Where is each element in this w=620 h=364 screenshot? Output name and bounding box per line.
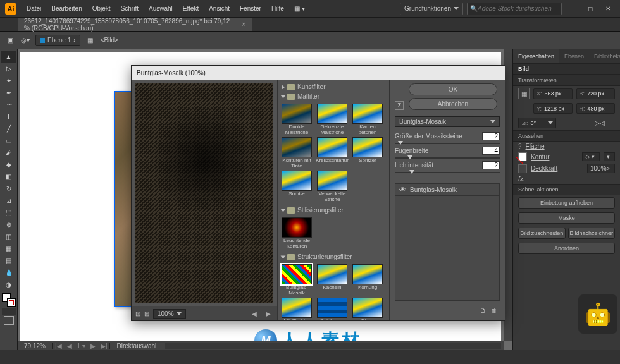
selection-tool[interactable]: ▲: [1, 51, 16, 63]
layer-indicator[interactable]: Ebene 1›: [35, 35, 80, 46]
draw-mode[interactable]: [2, 308, 16, 315]
w-field[interactable]: B:720 px: [576, 88, 616, 99]
ok-button[interactable]: OK: [409, 83, 497, 95]
unembed-button[interactable]: Einbettung aufheben: [518, 197, 615, 209]
menu-layout-icon[interactable]: ▦ ▾: [289, 0, 310, 18]
stroke-swatch[interactable]: [518, 152, 527, 161]
pen-tool[interactable]: ✒: [1, 87, 16, 99]
actual-icon[interactable]: ⊞: [144, 310, 149, 317]
opacity-link[interactable]: Deckkraft: [531, 165, 557, 172]
param-slider[interactable]: [395, 142, 500, 145]
eyedropper-tool[interactable]: 💧: [1, 267, 16, 279]
fill-link[interactable]: Fläche: [526, 143, 545, 150]
stroke-weight[interactable]: ◇ ▾: [582, 152, 600, 161]
rectangle-tool[interactable]: ▭: [1, 135, 16, 147]
nav-first[interactable]: |◀: [53, 343, 65, 349]
fill-stroke-swatch[interactable]: [2, 293, 16, 307]
cat-strukturierung[interactable]: Strukturierungsfilter: [280, 252, 387, 262]
window-restore[interactable]: ◻: [583, 5, 597, 12]
cat-malfilter[interactable]: Malfilter: [280, 92, 387, 101]
effect-layer-row[interactable]: 👁 Buntglas-Mosaik: [395, 184, 499, 196]
cancel-button[interactable]: Abbrechen: [409, 98, 497, 110]
collapse-filters-button[interactable]: ⊼: [395, 101, 404, 110]
type-tool[interactable]: T: [1, 111, 16, 123]
stroke-link[interactable]: Kontur: [531, 154, 549, 161]
nav-next[interactable]: ▶: [88, 343, 98, 349]
arrange-button[interactable]: Anordnen: [518, 243, 615, 254]
new-effect-layer-icon[interactable]: 🗋: [480, 307, 486, 314]
artboard-num[interactable]: 1 ▾: [75, 343, 88, 349]
y-field[interactable]: Y:1218 px: [533, 103, 573, 114]
reference-point[interactable]: ▦: [518, 88, 530, 99]
mask-button[interactable]: Maske: [518, 212, 615, 224]
menu-select[interactable]: Auswahl: [144, 0, 178, 18]
preview-prev[interactable]: ◀: [252, 310, 257, 317]
window-minimize[interactable]: —: [566, 5, 580, 12]
param-slider[interactable]: [395, 156, 500, 160]
filter-category-list[interactable]: Kunstfilter Malfilter Dunkle MalstricheG…: [277, 80, 390, 320]
filter-thumb[interactable]: Dunkle Malstriche: [280, 104, 313, 135]
menu-object[interactable]: Objekt: [87, 0, 116, 18]
free-transform-tool[interactable]: ⬚: [1, 207, 16, 219]
opacity-field[interactable]: 100% >: [587, 164, 615, 173]
rotate-tool[interactable]: ↻: [1, 183, 16, 195]
tab-properties[interactable]: Eigenschaften: [513, 49, 559, 63]
close-tab-icon[interactable]: ×: [242, 21, 245, 28]
width-tool[interactable]: ⊿: [1, 195, 16, 207]
zoom-level[interactable]: 79,12%: [18, 343, 53, 349]
shape-builder-tool[interactable]: ⊕: [1, 219, 16, 231]
flip-h-icon[interactable]: ▷◁: [595, 119, 605, 126]
tab-libraries[interactable]: Bibliotheken: [589, 49, 620, 63]
param-slider[interactable]: [395, 171, 500, 174]
filter-thumb[interactable]: Risse: [351, 298, 384, 320]
delete-effect-layer-icon[interactable]: 🗑: [491, 307, 497, 314]
filter-thumb[interactable]: Kreuzschraffur: [316, 137, 349, 168]
visibility-icon[interactable]: 👁: [399, 186, 406, 193]
filter-thumb[interactable]: Kacheln: [316, 264, 349, 295]
filter-thumb[interactable]: Patchwork: [316, 298, 349, 320]
menu-view[interactable]: Ansicht: [204, 0, 235, 18]
direct-selection-tool[interactable]: ▷: [1, 63, 16, 75]
crop-image-button[interactable]: Bild zuschneiden: [518, 228, 566, 239]
h-field[interactable]: H:480 px: [576, 103, 616, 114]
document-tab[interactable]: 26612_1401766974229_1533978056_1010705_7…: [18, 18, 252, 31]
screen-mode[interactable]: [4, 316, 14, 325]
image-trace-button[interactable]: Bildnachzeichner: [568, 228, 616, 239]
nav-prev[interactable]: ◀: [65, 343, 75, 349]
menu-help[interactable]: Hilfe: [266, 0, 289, 18]
opacity-swatch[interactable]: [518, 164, 527, 173]
param-value[interactable]: 2: [482, 161, 500, 169]
nav-last[interactable]: ▶|: [98, 343, 110, 349]
mesh-tool[interactable]: ▦: [1, 243, 16, 255]
filter-thumb[interactable]: Buntglas-Mosaik: [280, 264, 313, 295]
tab-layers[interactable]: Ebenen: [559, 49, 589, 63]
window-close[interactable]: ✕: [601, 5, 615, 12]
filter-thumb[interactable]: Verwackelte Striche: [316, 171, 349, 202]
filter-thumb[interactable]: Leuchtende Konturen: [280, 217, 313, 248]
filter-thumb[interactable]: Spritzer: [351, 137, 384, 168]
cat-kunstfilter[interactable]: Kunstfilter: [280, 82, 387, 92]
filter-thumb[interactable]: Körnung: [351, 264, 384, 295]
filter-thumb[interactable]: Kanten betonen: [351, 104, 384, 135]
param-value[interactable]: 2: [482, 132, 500, 140]
more-options-icon[interactable]: ⋯: [609, 119, 615, 126]
menu-edit[interactable]: Bearbeiten: [46, 0, 87, 18]
perspective-tool[interactable]: ◫: [1, 231, 16, 243]
filter-preview-image[interactable]: [135, 83, 273, 303]
shaper-tool[interactable]: ◆: [1, 159, 16, 171]
param-value[interactable]: 4: [482, 147, 500, 155]
eraser-tool[interactable]: ◧: [1, 171, 16, 183]
line-tool[interactable]: ╱: [1, 123, 16, 135]
h-scroll-track[interactable]: [165, 343, 501, 349]
stock-search[interactable]: 🔍: [467, 3, 562, 15]
filter-thumb[interactable]: Konturen mit Tinte nachzeichnen: [280, 137, 313, 168]
filter-thumb[interactable]: Gekreuzte Malstriche: [316, 104, 349, 135]
preview-next[interactable]: ▶: [266, 310, 271, 317]
menu-window[interactable]: Fenster: [235, 0, 266, 18]
filter-name-dropdown[interactable]: Buntglas-Mosaik: [395, 116, 500, 127]
fit-icon[interactable]: ⊡: [135, 310, 140, 317]
curvature-tool[interactable]: 〰: [1, 99, 16, 111]
menu-effect[interactable]: Effekt: [178, 0, 204, 18]
paintbrush-tool[interactable]: 🖌: [1, 147, 16, 159]
stroke-units[interactable]: ▾: [604, 152, 615, 161]
